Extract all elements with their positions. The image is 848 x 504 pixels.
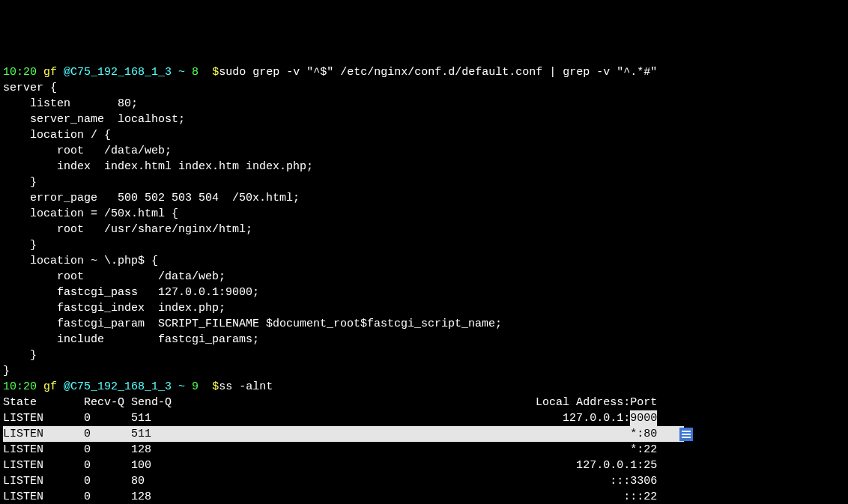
config-line: } <box>3 347 845 363</box>
config-line: location ~ \.php$ { <box>3 253 845 269</box>
config-line: } <box>3 237 845 253</box>
config-line: fastcgi_index index.php; <box>3 300 845 316</box>
prompt-line: 10:20 gf @C75_192_168_1_3 ~ 9 $ss -alnt <box>3 379 845 395</box>
config-line: location / { <box>3 127 845 143</box>
config-line: root /data/web; <box>3 269 845 285</box>
ss-header: State Recv-Q Send-Q Local Address:Port <box>3 395 845 410</box>
config-line: index index.html index.htm index.php; <box>3 159 845 174</box>
ss-row: LISTEN 0 100 127.0.0.1:25 <box>3 458 845 473</box>
config-line: fastcgi_param SCRIPT_FILENAME $document_… <box>3 316 845 332</box>
config-line: error_page 500 502 503 504 /50x.html; <box>3 190 845 206</box>
ss-row-highlighted: LISTEN 0 511 *:80 <box>3 426 845 442</box>
ss-row: LISTEN 0 80 :::3306 <box>3 473 845 489</box>
config-line: listen 80; <box>3 96 845 112</box>
config-line: root /data/web; <box>3 143 845 159</box>
prompt-line: 10:20 gf @C75_192_168_1_3 ~ 8 $sudo grep… <box>3 64 845 80</box>
config-line: } <box>3 363 845 379</box>
ss-row: LISTEN 0 128 :::22 <box>3 489 845 504</box>
config-line: server_name localhost; <box>3 112 845 127</box>
config-line: include fastcgi_params; <box>3 332 845 347</box>
config-line: fastcgi_pass 127.0.0.1:9000; <box>3 285 845 300</box>
config-line: location = /50x.html { <box>3 206 845 222</box>
config-line: } <box>3 174 845 190</box>
scroll-indicator-icon <box>679 428 693 441</box>
ss-row: LISTEN 0 511 127.0.0.1:9000 <box>3 410 845 426</box>
config-line: root /usr/share/nginx/html; <box>3 222 845 237</box>
ss-row: LISTEN 0 128 *:22 <box>3 442 845 458</box>
terminal-output[interactable]: 10:20 gf @C75_192_168_1_3 ~ 8 $sudo grep… <box>3 64 845 504</box>
config-line: server { <box>3 80 845 96</box>
